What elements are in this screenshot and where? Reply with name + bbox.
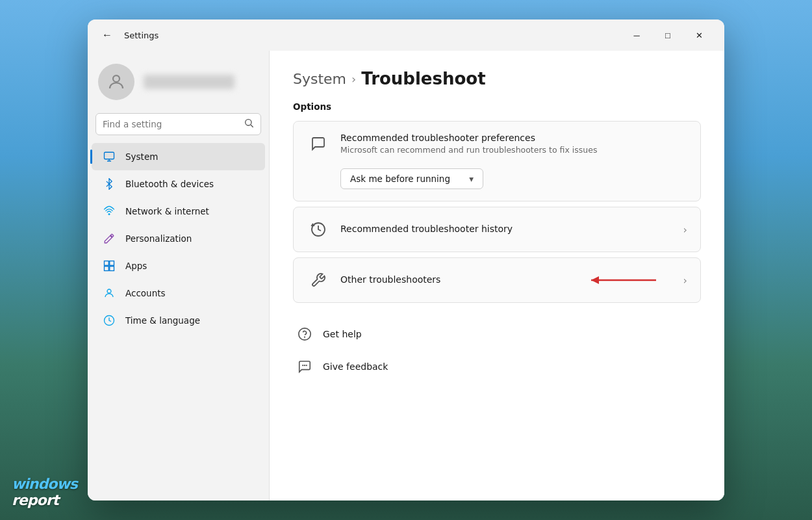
svg-point-6 <box>108 213 110 215</box>
nav-list: System Bluetooth & devices Network & int… <box>88 143 269 334</box>
svg-rect-3 <box>105 152 114 159</box>
sidebar-item-accounts[interactable]: Accounts <box>92 280 265 307</box>
main-panel: System › Troubleshoot Options Recommende… <box>270 51 724 500</box>
sidebar-item-bluetooth[interactable]: Bluetooth & devices <box>92 170 265 198</box>
nav-label-personalization: Personalization <box>125 233 192 244</box>
maximize-button[interactable]: □ <box>653 25 683 46</box>
settings-window: ← Settings ─ □ ✕ <box>88 20 724 500</box>
nav-icon-system <box>102 150 116 164</box>
nav-label-apps: Apps <box>125 261 147 271</box>
card-row-recommended-history[interactable]: Recommended troubleshooter history › <box>294 207 700 252</box>
dropdown-select[interactable]: Ask me before running Always run automat… <box>340 168 483 189</box>
svg-rect-7 <box>105 261 109 266</box>
red-arrow-icon <box>585 274 663 287</box>
content-area: System Bluetooth & devices Network & int… <box>88 51 724 500</box>
bottom-link-label-get-help: Get help <box>323 329 362 339</box>
nav-label-time: Time & language <box>125 315 200 326</box>
user-area <box>88 56 269 113</box>
nav-icon-network <box>102 204 116 218</box>
breadcrumb: System › Troubleshoot <box>293 69 701 88</box>
card-icon-recommended-history <box>307 218 330 241</box>
card-icon-other-troubleshooters <box>307 268 330 292</box>
nav-label-network: Network & internet <box>125 206 209 216</box>
svg-point-16 <box>299 328 311 340</box>
card-other-troubleshooters: Other troubleshooters › <box>293 257 701 303</box>
chevron-icon: › <box>683 274 687 287</box>
sidebar: System Bluetooth & devices Network & int… <box>88 51 270 500</box>
nav-icon-accounts <box>102 286 116 300</box>
svg-rect-8 <box>110 261 114 266</box>
card-title-recommended-prefs: Recommended troubleshooter preferences <box>340 133 687 143</box>
avatar <box>98 64 134 100</box>
titlebar-left: ← Settings <box>98 27 159 44</box>
dropdown-chevron-icon: ▾ <box>469 174 474 184</box>
search-icon <box>244 118 254 131</box>
svg-point-1 <box>246 120 251 125</box>
section-title: Options <box>293 101 701 112</box>
bottom-link-give-feedback[interactable]: Give feedback <box>293 351 701 382</box>
breadcrumb-parent[interactable]: System <box>293 71 346 87</box>
card-title-recommended-history: Recommended troubleshooter history <box>340 224 673 234</box>
search-box[interactable] <box>95 113 261 135</box>
search-input[interactable] <box>103 119 238 129</box>
svg-marker-15 <box>591 276 599 284</box>
sidebar-item-time[interactable]: Time & language <box>92 307 265 334</box>
svg-point-11 <box>107 289 111 293</box>
card-subtitle-recommended-prefs: Microsoft can recommend and run troubles… <box>340 145 687 155</box>
nav-label-bluetooth: Bluetooth & devices <box>125 179 214 189</box>
dropdown-area: Ask me before running Always run automat… <box>294 166 700 201</box>
svg-point-0 <box>113 75 120 82</box>
card-title-other-troubleshooters: Other troubleshooters <box>340 274 574 285</box>
card-text-recommended-prefs: Recommended troubleshooter preferences M… <box>340 133 687 155</box>
bottom-link-icon-get-help <box>296 325 314 343</box>
sidebar-item-system[interactable]: System <box>92 143 265 170</box>
close-button[interactable]: ✕ <box>684 25 714 46</box>
titlebar: ← Settings ─ □ ✕ <box>88 20 724 51</box>
minimize-button[interactable]: ─ <box>622 25 652 46</box>
cards-container: Recommended troubleshooter preferences M… <box>293 121 701 303</box>
svg-rect-10 <box>110 266 114 271</box>
user-name <box>144 75 235 89</box>
bottom-links: Get help Give feedback <box>293 318 701 382</box>
sidebar-item-apps[interactable]: Apps <box>92 252 265 280</box>
sidebar-item-network[interactable]: Network & internet <box>92 198 265 225</box>
bottom-link-icon-give-feedback <box>296 358 314 376</box>
window-title: Settings <box>124 31 159 40</box>
card-text-recommended-history: Recommended troubleshooter history <box>340 224 673 236</box>
back-button[interactable]: ← <box>98 27 116 44</box>
card-icon-recommended-prefs <box>307 132 330 155</box>
nav-label-system: System <box>125 151 158 162</box>
sidebar-item-personalization[interactable]: Personalization <box>92 225 265 252</box>
arrow-annotation <box>585 274 663 287</box>
chevron-icon: › <box>683 224 687 236</box>
svg-rect-9 <box>105 266 109 271</box>
bottom-link-get-help[interactable]: Get help <box>293 318 701 350</box>
card-recommended-prefs: Recommended troubleshooter preferences M… <box>293 121 701 202</box>
window-controls: ─ □ ✕ <box>622 25 714 46</box>
nav-label-accounts: Accounts <box>125 288 166 298</box>
breadcrumb-current: Troubleshoot <box>361 69 485 88</box>
nav-icon-bluetooth <box>102 177 116 191</box>
card-row-other-troubleshooters[interactable]: Other troubleshooters › <box>294 258 700 302</box>
svg-line-2 <box>251 125 253 127</box>
bottom-link-label-give-feedback: Give feedback <box>323 361 388 372</box>
breadcrumb-separator: › <box>351 72 356 86</box>
dropdown-input[interactable]: Ask me before running Always run automat… <box>350 174 464 184</box>
watermark: windows report <box>12 476 77 508</box>
nav-icon-personalization <box>102 231 116 246</box>
nav-icon-time <box>102 313 116 328</box>
nav-icon-apps <box>102 259 116 273</box>
card-row-recommended-prefs[interactable]: Recommended troubleshooter preferences M… <box>294 122 700 166</box>
card-recommended-history: Recommended troubleshooter history › <box>293 207 701 252</box>
card-text-other-troubleshooters: Other troubleshooters <box>340 274 574 287</box>
